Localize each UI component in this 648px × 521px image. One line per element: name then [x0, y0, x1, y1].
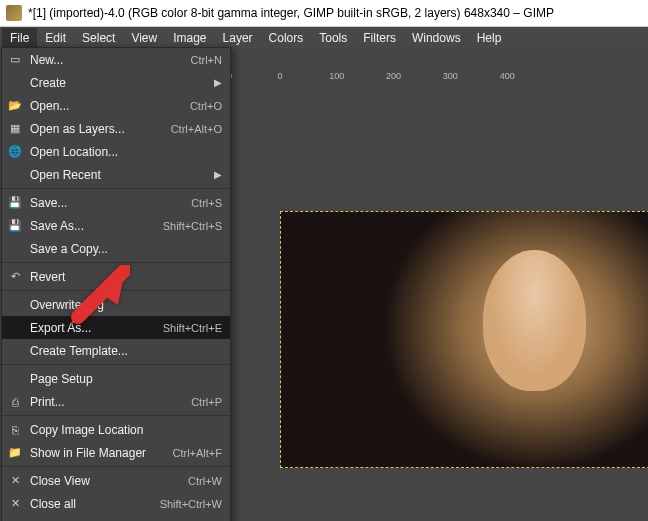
menu-item-revert[interactable]: ↶Revert [2, 265, 230, 288]
revert-icon: ↶ [6, 269, 24, 285]
menu-item-open-recent[interactable]: Open Recent▶ [2, 163, 230, 186]
menu-item-label: Save... [30, 196, 191, 210]
menu-item-shortcut: Shift+Ctrl+S [163, 220, 222, 232]
blank-icon [6, 75, 24, 91]
menu-item-shortcut: Ctrl+O [190, 100, 222, 112]
menu-item-copy-image-location[interactable]: ⎘Copy Image Location [2, 418, 230, 441]
menubar: FileEditSelectViewImageLayerColorsToolsF… [0, 27, 648, 49]
menu-tools[interactable]: Tools [311, 28, 355, 48]
menu-item-label: Open as Layers... [30, 122, 171, 136]
menu-item-save-as[interactable]: 💾Save As...Shift+Ctrl+S [2, 214, 230, 237]
globe-icon: 🌐 [6, 144, 24, 160]
blank-icon [6, 241, 24, 257]
menu-select[interactable]: Select [74, 28, 123, 48]
saveas-icon: 💾 [6, 218, 24, 234]
menu-item-label: Show in File Manager [30, 446, 172, 460]
menu-item-open[interactable]: 📂Open...Ctrl+O [2, 94, 230, 117]
submenu-arrow-icon: ▶ [214, 77, 222, 88]
menu-help[interactable]: Help [469, 28, 510, 48]
menu-item-close-all[interactable]: ✕Close allShift+Ctrl+W [2, 492, 230, 515]
menu-item-label: Print... [30, 395, 191, 409]
menu-item-shortcut: Ctrl+S [191, 197, 222, 209]
menu-item-shortcut: Ctrl+W [188, 475, 222, 487]
layers-icon: ▦ [6, 121, 24, 137]
image-content [281, 212, 648, 467]
menu-view[interactable]: View [123, 28, 165, 48]
window-title: *[1] (imported)-4.0 (RGB color 8-bit gam… [28, 6, 554, 20]
menu-item-shortcut: Ctrl+Alt+F [172, 447, 222, 459]
menu-item-page-setup[interactable]: Page Setup [2, 367, 230, 390]
print-icon: ⎙ [6, 394, 24, 410]
open-icon: 📂 [6, 98, 24, 114]
menu-item-shortcut: Ctrl+N [191, 54, 222, 66]
menu-windows[interactable]: Windows [404, 28, 469, 48]
menu-item-label: New... [30, 53, 191, 67]
menu-item-label: Page Setup [30, 372, 222, 386]
ruler-tick: 400 [500, 71, 515, 81]
file-menu-dropdown: ▭New...Ctrl+NCreate▶📂Open...Ctrl+O▦Open … [1, 47, 231, 521]
ruler-tick: 200 [386, 71, 401, 81]
menu-item-save-a-copy[interactable]: Save a Copy... [2, 237, 230, 260]
menu-item-shortcut: Shift+Ctrl+W [160, 498, 222, 510]
copy-icon: ⎘ [6, 422, 24, 438]
menu-item-open-as-layers[interactable]: ▦Open as Layers...Ctrl+Alt+O [2, 117, 230, 140]
menu-edit[interactable]: Edit [37, 28, 74, 48]
menu-item-label: Close all [30, 497, 160, 511]
app-icon [6, 5, 22, 21]
submenu-arrow-icon: ▶ [214, 169, 222, 180]
doc-icon: ▭ [6, 52, 24, 68]
menu-item-label: Create [30, 76, 214, 90]
menu-item-shortcut: Ctrl+P [191, 396, 222, 408]
menu-item-shortcut: Ctrl+Alt+O [171, 123, 222, 135]
menu-item-label: Open... [30, 99, 190, 113]
menu-item-create[interactable]: Create▶ [2, 71, 230, 94]
menu-item-label: Create Template... [30, 344, 222, 358]
menu-layer[interactable]: Layer [215, 28, 261, 48]
ruler-tick: 100 [329, 71, 344, 81]
menu-item-quit[interactable]: ⏻QuitCtrl+Q [2, 515, 230, 521]
menu-item-label: Copy Image Location [30, 423, 222, 437]
menu-item-label: Save a Copy... [30, 242, 222, 256]
xx-icon: ✕ [6, 496, 24, 512]
menu-file[interactable]: File [2, 28, 37, 48]
menu-item-open-location[interactable]: 🌐Open Location... [2, 140, 230, 163]
menu-item-overwrite-jpg[interactable]: Overwrite .jpg [2, 293, 230, 316]
image-canvas[interactable] [280, 211, 648, 468]
menu-item-save[interactable]: 💾Save...Ctrl+S [2, 191, 230, 214]
save-icon: 💾 [6, 195, 24, 211]
window-titlebar: *[1] (imported)-4.0 (RGB color 8-bit gam… [0, 0, 648, 27]
menu-item-export-as[interactable]: Export As...Shift+Ctrl+E [2, 316, 230, 339]
blank-icon [6, 297, 24, 313]
menu-item-close-view[interactable]: ✕Close ViewCtrl+W [2, 469, 230, 492]
menu-item-label: Open Recent [30, 168, 214, 182]
menu-item-show-in-file-manager[interactable]: 📁Show in File ManagerCtrl+Alt+F [2, 441, 230, 464]
menu-image[interactable]: Image [165, 28, 214, 48]
menu-item-new[interactable]: ▭New...Ctrl+N [2, 48, 230, 71]
blank-icon [6, 371, 24, 387]
menu-item-label: Overwrite .jpg [30, 298, 222, 312]
x-icon: ✕ [6, 473, 24, 489]
menu-item-label: Close View [30, 474, 188, 488]
blank-icon [6, 167, 24, 183]
ruler-tick: 0 [277, 71, 282, 81]
menu-item-label: Export As... [30, 321, 163, 335]
menu-filters[interactable]: Filters [355, 28, 404, 48]
menu-item-shortcut: Shift+Ctrl+E [163, 322, 222, 334]
ruler-tick: 300 [443, 71, 458, 81]
menu-item-label: Revert [30, 270, 222, 284]
blank-icon [6, 320, 24, 336]
menu-colors[interactable]: Colors [261, 28, 312, 48]
menu-item-print[interactable]: ⎙Print...Ctrl+P [2, 390, 230, 413]
folder-icon: 📁 [6, 445, 24, 461]
blank-icon [6, 343, 24, 359]
menu-item-label: Open Location... [30, 145, 222, 159]
menu-item-label: Save As... [30, 219, 163, 233]
menu-item-create-template[interactable]: Create Template... [2, 339, 230, 362]
